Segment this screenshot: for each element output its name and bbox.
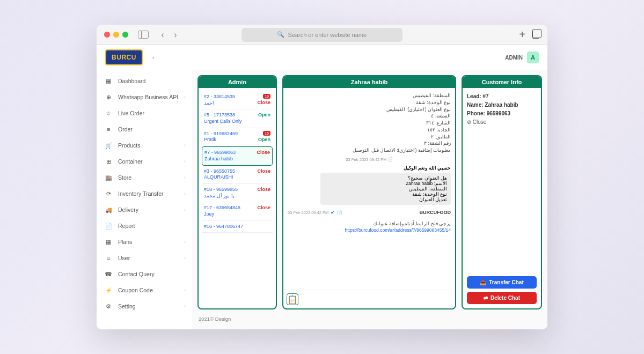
chat-bubble-line: المنطقة: الفيطيس: [324, 186, 447, 191]
sidebar-item-live-order[interactable]: ☆Live Order: [97, 105, 192, 121]
browser-toolbar: ‹ › 🔍 Search or enter website name +: [97, 25, 547, 45]
sidebar-item-whatsapp-business-api[interactable]: ⊕Whatsapp Business API›: [97, 89, 192, 105]
sidebar-item-user[interactable]: ☺User›: [97, 250, 192, 266]
lead-item[interactable]: #18 - 96599855يا نور آل محمدClose: [202, 184, 273, 202]
sidebar-icon: ⊕: [104, 93, 113, 101]
reply-icon: 📄: [337, 210, 342, 215]
sidebar-icon: ⚡: [104, 286, 113, 294]
chat-line: الجادة: ١٥٢: [288, 127, 451, 134]
chat-timestamp-2: 03 Feb 2023 09:42 PM: [288, 210, 328, 215]
lead-status: Close: [257, 150, 270, 155]
chat-bubble-line: تعديل العنوان: [324, 197, 447, 202]
search-icon: 🔍: [277, 31, 284, 38]
delete-chat-button[interactable]: ⇄ Delete Chat: [467, 292, 537, 304]
sidebar-item-delivery[interactable]: 🚚Delivery›: [97, 202, 192, 218]
sidebar-item-coupon-code[interactable]: ⚡Coupon Code›: [97, 282, 192, 298]
app-root: BURCU ‹ ADMIN A ▦Dashboard⊕Whatsapp Busi…: [97, 45, 547, 329]
chevron-right-icon: ›: [184, 159, 186, 164]
chevron-right-icon: ›: [184, 207, 186, 212]
back-button[interactable]: ‹: [157, 30, 168, 40]
lead-item[interactable]: #2 - 33814535احمد19Close: [202, 91, 273, 109]
lead-item[interactable]: #17 - 639684846JoeyClose: [202, 202, 273, 220]
avatar[interactable]: A: [527, 51, 539, 63]
lead-status: Close: [257, 187, 270, 192]
new-tab-button[interactable]: +: [519, 28, 525, 41]
nav-arrows: ‹ ›: [157, 30, 181, 40]
sidebar-item-inventory-transfer[interactable]: ⟳Inventory Transfer›: [97, 186, 192, 202]
close-status[interactable]: ⊘ Close: [467, 118, 537, 127]
lead-status: Open: [258, 112, 270, 117]
sidebar-icon: ☺: [104, 254, 113, 262]
chat-bubble: هل العنوان صحيح؟الأسم: Zahraa habibالمنط…: [320, 173, 451, 205]
sidebar-icon: ▦: [104, 238, 113, 246]
sidebar-item-label: Order: [118, 126, 133, 132]
sidebar-item-setting[interactable]: ⚙Setting›: [97, 298, 192, 314]
close-window-dot[interactable]: [104, 32, 110, 38]
chat-panel-title: Zahraa habib: [283, 76, 455, 88]
traffic-lights: [104, 32, 128, 38]
chat-line: الشارع: ٣١٤: [288, 120, 451, 127]
chevron-right-icon: ›: [184, 304, 186, 309]
sidebar-icon: 🚚: [104, 205, 113, 214]
info-body: Lead: #7 Name: Zahraa habib Phone: 96599…: [463, 88, 541, 131]
lead-item[interactable]: #7 - 96599063Zahraa habibClose: [202, 146, 273, 165]
minimize-window-dot[interactable]: [113, 32, 119, 38]
chevron-right-icon: ›: [184, 94, 186, 100]
lead-status: Open: [258, 137, 270, 142]
sidebar-item-label: User: [118, 255, 130, 261]
sidebar-item-plans[interactable]: ▦Plans›: [97, 234, 192, 250]
app-body: ▦Dashboard⊕Whatsapp Business API›☆Live O…: [97, 70, 547, 329]
maximize-window-dot[interactable]: [122, 32, 128, 38]
lead-status: Close: [257, 100, 270, 105]
lead-item[interactable]: #16 - 9647806747: [202, 221, 273, 233]
sidebar-collapse-button[interactable]: ‹: [152, 54, 155, 61]
sidebar-item-order[interactable]: ≡Order: [97, 121, 192, 137]
sidebar-item-label: Live Order: [118, 110, 144, 116]
transfer-chat-button[interactable]: 📥 Transfer Chat: [467, 276, 537, 289]
sidebar-icon: 🏬: [104, 173, 113, 182]
sidebar-item-label: Contact Query: [118, 271, 155, 277]
brand-label: BURCUFOOD: [420, 210, 451, 215]
sidebar-item-dashboard[interactable]: ▦Dashboard: [97, 73, 192, 89]
attachment-button[interactable]: 📋: [287, 293, 298, 305]
chat-timestamp: 03 Feb 2023 09:42 PM 📄: [288, 157, 451, 162]
sidebar-item-products[interactable]: 🛒Products›: [97, 137, 192, 153]
sidebar-item-label: Whatsapp Business API: [118, 94, 178, 100]
lead-item[interactable]: #3 - 96550755ALQURAISHIClose: [202, 166, 273, 184]
forward-button[interactable]: ›: [170, 30, 181, 40]
sidebar-item-label: Inventory Transfer: [118, 190, 164, 197]
chat-line: المنطقة: الفيطيس: [288, 92, 451, 99]
chat-bubble-line: نوع الوحدة: شقة: [324, 191, 447, 197]
leads-list: #2 - 33814535احمد19Close#5 - 17173538Urg…: [199, 88, 276, 308]
chat-input-area: 📋: [283, 290, 455, 308]
chevron-right-icon: ›: [184, 191, 186, 196]
customer-phone: Phone: 96599063: [467, 109, 537, 118]
count-badge: 16: [263, 131, 270, 136]
chat-url[interactable]: https://burcufood.com/ar/address/7/96599…: [288, 227, 451, 233]
sidebar: ▦Dashboard⊕Whatsapp Business API›☆Live O…: [97, 70, 192, 329]
user-area[interactable]: ADMIN A: [505, 51, 539, 63]
sidebar-item-label: Report: [118, 223, 135, 229]
chat-panel: Zahraa habib المنطقة: الفيطيسنوع الوحدة:…: [282, 75, 456, 309]
customer-info-panel: Customer Info Lead: #7 Name: Zahraa habi…: [462, 75, 542, 309]
tabs-button[interactable]: [532, 31, 540, 39]
sidebar-item-container[interactable]: ⊞Container›: [97, 153, 192, 169]
lead-item[interactable]: #1 - 919982469Pratik16Open: [202, 128, 273, 146]
sidebar-item-contact-query[interactable]: ☎Contact Query: [97, 266, 192, 282]
delete-icon: ⇄: [484, 295, 488, 301]
admin-panel-title: Admin: [199, 76, 276, 88]
count-badge: 19: [263, 94, 270, 99]
chat-line: القطعة: ٤: [288, 113, 451, 120]
chevron-right-icon: ›: [184, 143, 186, 148]
sidebar-icon: ☎: [104, 270, 113, 278]
lead-status: Close: [257, 205, 270, 210]
sidebar-icon: ⚙: [104, 302, 113, 311]
sidebar-item-label: Coupon Code: [118, 287, 153, 293]
chat-line: نوع العنوان (اختياري): الفيطيس: [288, 106, 451, 113]
url-bar[interactable]: 🔍 Search or enter website name: [241, 28, 402, 42]
sidebar-item-report[interactable]: 📄Report: [97, 218, 192, 234]
sidebar-item-label: Plans: [118, 239, 132, 245]
lead-item[interactable]: #5 - 17173538Urgent Calls OnlyOpen: [202, 109, 273, 128]
sidebar-item-store[interactable]: 🏬Store›: [97, 169, 192, 186]
sidebar-toggle-icon[interactable]: [138, 31, 149, 39]
